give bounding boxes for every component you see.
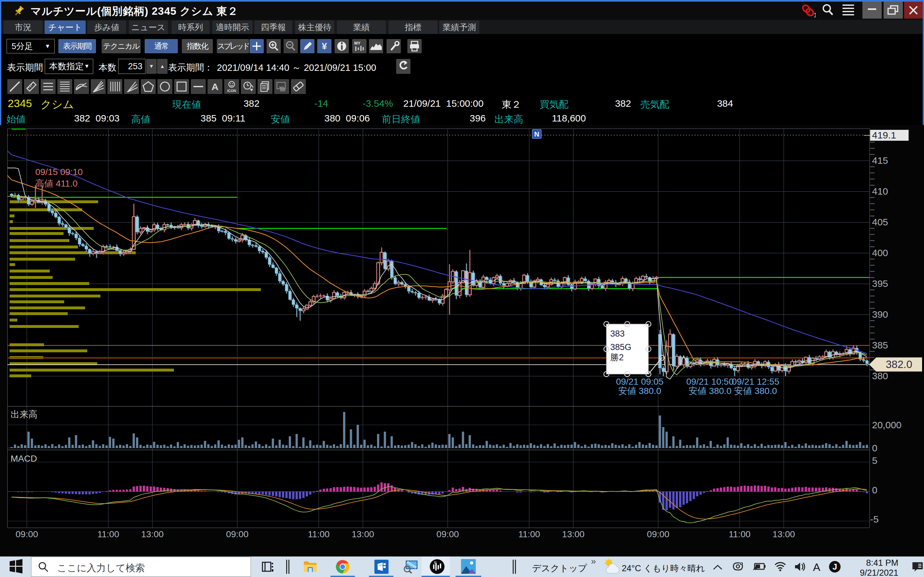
svg-text:09:00: 09:00 [226,529,248,539]
svg-text:20,000: 20,000 [872,420,901,430]
svg-text:11:00: 11:00 [97,529,120,539]
svg-text:383: 383 [610,329,625,338]
svg-text:勝2: 勝2 [610,353,624,362]
svg-text:09:00: 09:00 [436,529,459,539]
svg-text:5: 5 [872,455,877,466]
svg-text:安値 380.0: 安値 380.0 [734,386,777,396]
svg-text:安値 380.0: 安値 380.0 [618,386,661,396]
svg-text:09/21 12:55: 09/21 12:55 [732,377,779,387]
svg-text:-5: -5 [870,514,879,524]
svg-text:09/21 10:50: 09/21 10:50 [686,377,734,387]
svg-text:1: 1 [814,11,816,18]
svg-text:410: 410 [872,186,888,197]
svg-text:385: 385 [872,340,888,350]
svg-text:11:00: 11:00 [308,529,330,539]
svg-text:安値 380.0: 安値 380.0 [688,386,732,396]
svg-text:12:00: 12:00 [378,564,384,566]
svg-text:0: 0 [872,485,877,495]
svg-text:出来高: 出来高 [11,409,37,419]
svg-text:09:00: 09:00 [647,529,669,539]
svg-text:11:00: 11:00 [729,529,750,539]
svg-text:405: 405 [872,217,888,227]
svg-text:R: R [434,561,437,564]
svg-text:N: N [534,130,540,138]
svg-text:390: 390 [872,309,888,319]
svg-text:高値 411.0: 高値 411.0 [35,179,78,189]
svg-text:ICON: ICON [227,89,236,93]
svg-text:13:00: 13:00 [562,529,585,539]
svg-text:MACD: MACD [11,454,37,464]
svg-text:09/15 09:10: 09/15 09:10 [35,167,83,177]
svg-text:382.0: 382.0 [886,358,913,370]
svg-text:415: 415 [872,155,888,166]
svg-text:385G: 385G [610,342,632,352]
svg-text:09/21 09:05: 09/21 09:05 [616,377,664,387]
svg-text:380: 380 [872,371,888,381]
svg-text:13:00: 13:00 [352,529,374,539]
svg-text:400: 400 [872,247,888,258]
svg-text:MY: MY [354,41,360,45]
svg-text:13:00: 13:00 [772,529,795,539]
svg-text:419.1: 419.1 [872,130,896,140]
svg-text:395: 395 [872,278,888,289]
svg-text:13:00: 13:00 [141,529,164,539]
svg-text:11:00: 11:00 [518,529,540,539]
svg-text:0: 0 [872,443,877,453]
svg-text:A: A [212,81,218,92]
svg-text:09:00: 09:00 [16,529,38,539]
